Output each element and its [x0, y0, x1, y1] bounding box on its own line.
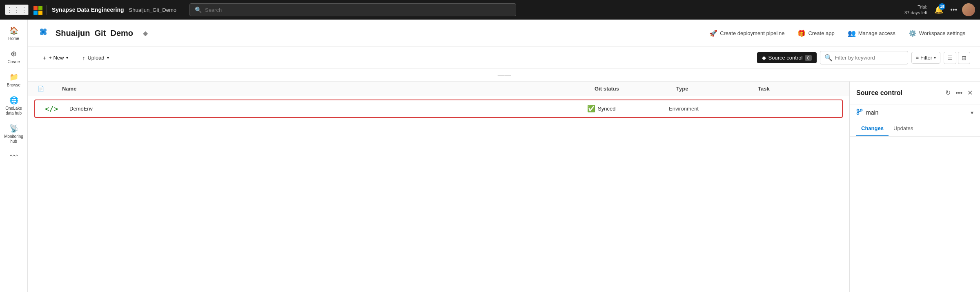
sidebar-label-onelake: OneLake data hub	[3, 106, 24, 116]
row-type: Environment	[669, 106, 751, 112]
sidebar-item-onelake[interactable]: 🌐 OneLake data hub	[2, 93, 26, 119]
col-task: Task	[758, 86, 840, 92]
create-icon: ⊕	[11, 49, 17, 58]
row-name: DemoEnv	[69, 106, 587, 112]
app-icon: 🎁	[797, 29, 806, 37]
filter-keyword-box[interactable]: 🔍	[820, 51, 908, 64]
sc-tabs: Changes Updates	[850, 121, 980, 137]
col-name: Name	[62, 86, 595, 92]
top-navigation: ⋮⋮⋮ Synapse Data Engineering Shuaijun_Gi…	[0, 0, 980, 20]
branch-name: main	[866, 109, 967, 116]
svg-point-6	[857, 113, 859, 115]
home-icon: 🏠	[9, 26, 18, 35]
plus-icon: +	[43, 55, 46, 61]
drag-lines-icon: — —	[498, 71, 510, 79]
sidebar-item-extra[interactable]: 〰	[2, 149, 26, 164]
source-control-panel: Source control ↻ ••• ✕ ma	[849, 82, 980, 292]
workspace-name: Shuaijun_Git_Demo	[129, 7, 176, 13]
workspace-settings-button[interactable]: ⚙️ Workspace settings	[904, 27, 970, 40]
svg-point-7	[860, 109, 862, 111]
diamond-icon[interactable]: ◆	[143, 29, 148, 37]
sidebar-item-home[interactable]: 🏠 Home	[2, 23, 26, 44]
workspace-actions: 🚀 Create deployment pipeline 🎁 Create ap…	[704, 27, 970, 40]
row-icon-cell: </>	[45, 104, 69, 113]
filter-chevron-icon: ▾	[934, 55, 936, 60]
nav-divider	[47, 5, 47, 15]
table-section: 📄 Name Git status Type Task </> DemoEnv …	[28, 82, 849, 292]
create-app-button[interactable]: 🎁 Create app	[793, 27, 839, 40]
new-button[interactable]: + + New ▾	[38, 52, 74, 64]
trial-info: Trial: 37 days left	[904, 4, 927, 16]
deployment-icon: 🚀	[709, 29, 717, 37]
tab-updates[interactable]: Updates	[889, 121, 918, 136]
sc-header: Source control ↻ ••• ✕	[850, 82, 980, 104]
table-row[interactable]: </> DemoEnv ✅ Synced Environment	[34, 100, 843, 118]
settings-icon: ⚙️	[909, 29, 917, 37]
waves-icon: 〰	[10, 152, 18, 161]
upload-icon: ↑	[82, 55, 85, 61]
search-box[interactable]: 🔍	[189, 3, 516, 16]
sc-refresh-button[interactable]: ↻	[944, 88, 951, 97]
sc-actions: ↻ ••• ✕	[944, 88, 973, 97]
sidebar-item-monitoring[interactable]: 📡 Monitoring hub	[2, 121, 26, 147]
sidebar-item-create[interactable]: ⊕ Create	[2, 46, 26, 68]
upload-chevron-icon: ▾	[107, 55, 109, 60]
list-view-button[interactable]: ☰	[944, 52, 956, 64]
file-icon-header: 📄	[38, 86, 44, 92]
workspace-title: Shuaijun_Git_Demo	[56, 29, 133, 38]
source-control-icon: ◆	[762, 55, 766, 61]
sidebar-label-create: Create	[7, 60, 20, 64]
content-area: 📄 Name Git status Type Task </> DemoEnv …	[28, 82, 980, 292]
avatar[interactable]	[962, 3, 975, 16]
col-icon: 📄	[38, 86, 62, 92]
more-options-button[interactable]: •••	[950, 6, 957, 13]
synced-label: Synced	[598, 106, 615, 112]
notifications-button[interactable]: 🔔 18	[932, 3, 945, 16]
source-control-badge: 0	[805, 55, 811, 61]
drag-handle[interactable]: — —	[28, 69, 980, 82]
tab-changes[interactable]: Changes	[856, 121, 889, 136]
filter-lines-icon: ≡	[916, 55, 919, 61]
main-content: Shuaijun_Git_Demo ◆ 🚀 Create deployment …	[28, 20, 980, 292]
create-deployment-pipeline-button[interactable]: 🚀 Create deployment pipeline	[704, 27, 789, 40]
sc-title: Source control	[856, 89, 941, 97]
workspace-icon	[38, 26, 49, 40]
app-name: Synapse Data Engineering	[52, 7, 124, 13]
onelake-icon: 🌐	[9, 96, 18, 105]
sidebar-label-browse: Browse	[7, 83, 20, 88]
filter-search-icon: 🔍	[824, 54, 833, 62]
toolbar: + + New ▾ ↑ Upload ▾ ◆ Source control 0 …	[28, 47, 980, 69]
search-input[interactable]	[205, 7, 511, 13]
sidebar-label-monitoring: Monitoring hub	[3, 134, 24, 144]
branch-chevron-button[interactable]: ▾	[971, 109, 973, 116]
col-type: Type	[676, 86, 758, 92]
nav-right-actions: Trial: 37 days left 🔔 18 •••	[904, 3, 975, 16]
environment-icon: </>	[45, 104, 58, 113]
grid-dots-icon[interactable]: ⋮⋮⋮	[5, 4, 29, 15]
monitoring-icon: 📡	[9, 124, 18, 133]
filter-button[interactable]: ≡ Filter ▾	[911, 52, 940, 64]
view-buttons: ☰ ⊞	[944, 52, 970, 64]
new-chevron-icon: ▾	[66, 55, 68, 60]
filter-keyword-input[interactable]	[835, 55, 904, 61]
sc-close-button[interactable]: ✕	[967, 88, 973, 97]
toolbar-right: ◆ Source control 0 🔍 ≡ Filter ▾ ☰ ⊞	[757, 51, 970, 64]
microsoft-logo	[33, 6, 42, 14]
sidebar: 🏠 Home ⊕ Create 📁 Browse 🌐 OneLake data …	[0, 20, 28, 292]
col-git-status: Git status	[595, 86, 676, 92]
source-control-button[interactable]: ◆ Source control 0	[757, 52, 817, 63]
sidebar-label-home: Home	[8, 36, 19, 41]
manage-access-button[interactable]: 👥 Manage access	[843, 27, 900, 40]
search-icon: 🔍	[195, 7, 202, 13]
synced-check-icon: ✅	[587, 105, 595, 113]
workspace-header: Shuaijun_Git_Demo ◆ 🚀 Create deployment …	[28, 20, 980, 47]
row-git-status: ✅ Synced	[587, 105, 669, 113]
people-icon: 👥	[848, 29, 856, 37]
sidebar-item-browse[interactable]: 📁 Browse	[2, 69, 26, 91]
table-header: 📄 Name Git status Type Task	[28, 82, 849, 96]
sc-branch-selector[interactable]: main ▾	[850, 104, 980, 121]
grid-view-button[interactable]: ⊞	[958, 52, 970, 64]
svg-point-4	[42, 31, 45, 33]
upload-button[interactable]: ↑ Upload ▾	[77, 52, 114, 64]
sc-more-button[interactable]: •••	[955, 88, 963, 97]
